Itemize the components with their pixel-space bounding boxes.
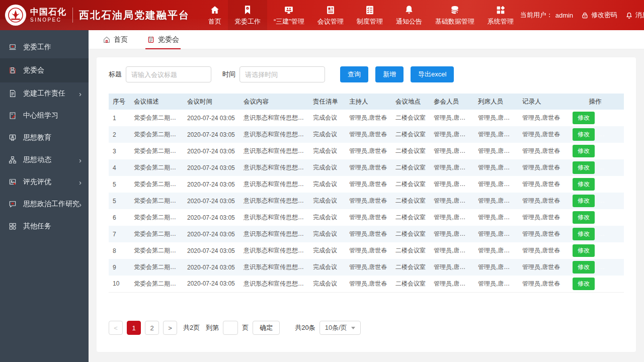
cell-attendees: 管理员,唐世春 — [430, 276, 474, 292]
cell-content: 意识形态和宣传思想文化 — [239, 209, 309, 226]
nav-item-label: 系统管理 — [488, 17, 514, 26]
edit-button[interactable]: 修改 — [573, 128, 595, 141]
column-header: 操作 — [567, 94, 624, 110]
cell-place: 二楼会议室 — [391, 242, 430, 259]
blocks-icon — [8, 222, 17, 231]
table-row: 9党委会第二期会议2020-07-24 03:05意识形态和宣传思想文化完成会议… — [109, 259, 624, 276]
nav-item-home[interactable]: 首页 — [202, 0, 228, 30]
home-icon — [209, 5, 220, 16]
chevron-right-icon: › — [79, 156, 82, 164]
sidebar-item-other-tasks[interactable]: 其他任务 — [0, 215, 89, 237]
sidebar-item-ideology-edu[interactable]: 思想教育 — [0, 127, 89, 149]
goto-confirm-button[interactable]: 确定 — [253, 321, 280, 335]
sidebar-item-political-study[interactable]: 思想政治工作研究› — [0, 193, 89, 215]
cell-desc: 党委会第二期会议 — [130, 193, 183, 209]
nav-item-party-work[interactable]: 党委工作 — [228, 0, 267, 30]
nav-item-notice[interactable]: 通知公告 — [389, 0, 429, 30]
nav-item-sys-manage[interactable]: 系统管理 — [481, 0, 520, 30]
cell-observers: 管理员,唐世春 — [474, 159, 518, 176]
brand: 中国石化 SINOPEC 西北石油局党建融平台 — [0, 5, 190, 26]
edit-button[interactable]: 修改 — [573, 244, 595, 257]
nav-item-label: 党委工作 — [234, 17, 261, 26]
cell-host: 管理员,唐世春 — [345, 259, 391, 276]
cell-duty: 完成会议 — [309, 226, 345, 242]
cell-desc: 党委会第二期会议 — [130, 176, 183, 193]
search-button[interactable]: 查询 — [340, 66, 368, 82]
nav-item-meeting[interactable]: 会议管理 — [311, 0, 350, 30]
sidebar-item-label: 党建工作责任 — [23, 89, 65, 98]
chevron-right-icon: › — [79, 178, 82, 187]
cell-recorder: 管理员,唐世春 — [518, 242, 567, 259]
cell-attendees: 管理员,唐世春 — [430, 176, 474, 193]
image-badge-icon — [8, 177, 17, 187]
change-password-button[interactable]: 修改密码 — [581, 11, 617, 20]
cell-seq: 3 — [109, 143, 130, 159]
table-row: 3党委会第二期会议2020-07-24 03:05意识形态和宣传思想文化完成会议… — [109, 143, 624, 159]
page-size-select[interactable]: 10条/页 — [319, 321, 361, 335]
sidebar-item-ideology-trend[interactable]: 思想动态› — [0, 149, 89, 171]
cell-seq: 2 — [109, 126, 130, 143]
cell-attendees: 管理员,唐世春 — [430, 209, 474, 226]
export-excel-button[interactable]: 导出excel — [411, 66, 454, 82]
edit-button[interactable]: 修改 — [573, 261, 595, 274]
nav-item-sanjian[interactable]: “三建”管理 — [267, 0, 311, 30]
cell-place: 二楼会议室 — [391, 176, 430, 193]
edit-button[interactable]: 修改 — [573, 112, 595, 124]
cell-observers: 管理员,唐世春 — [474, 126, 518, 143]
cell-time: 2020-07-24 03:05 — [183, 143, 239, 159]
database-icon — [449, 5, 460, 16]
title-filter-input[interactable] — [126, 66, 211, 82]
cell-seq: 1 — [109, 110, 130, 126]
content-panel: 标题 时间 查询 新增 导出excel 序号会议描述会议时间会议内容责任清单主持… — [97, 57, 636, 352]
sidebar-item-center-study[interactable]: 中心组学习 — [0, 105, 89, 127]
tab-home[interactable]: 首页 — [103, 30, 128, 49]
cell-host: 管理员,唐世春 — [345, 110, 391, 126]
cell-duty: 完成会议 — [309, 209, 345, 226]
top-header: 中国石化 SINOPEC 西北石油局党建融平台 首页党委工作“三建”管理会议管理… — [0, 0, 644, 30]
table-row: 6党委会第二期会议2020-07-24 03:05意识形态和宣传思想文化完成会议… — [109, 209, 624, 226]
cell-desc: 党委会第二期会议 — [130, 209, 183, 226]
laptop-icon — [8, 43, 17, 52]
cell-host: 管理员,唐世春 — [345, 126, 391, 143]
edit-button[interactable]: 修改 — [573, 278, 595, 290]
tab-party-committee[interactable]: 党委会 — [147, 30, 179, 49]
cell-attendees: 管理员,唐世春 — [430, 193, 474, 209]
change-password-label: 修改密码 — [591, 11, 617, 20]
cell-actions: 修改查看删除 — [567, 110, 624, 126]
sidebar-item-evaluation[interactable]: 评先评优› — [0, 171, 89, 193]
edit-button[interactable]: 修改 — [573, 195, 595, 207]
messages-button[interactable]: 消息 — [625, 11, 644, 20]
nav-item-regulation[interactable]: 制度管理 — [350, 0, 389, 30]
cell-recorder: 管理员,唐世春 — [518, 176, 567, 193]
current-user-prefix: 当前用户： — [520, 11, 553, 20]
next-page-button[interactable]: > — [163, 321, 177, 335]
sidebar: 党委工作党委会党建工作责任›中心组学习思想教育思想动态›评先评优›思想政治工作研… — [0, 30, 89, 362]
goto-page-input[interactable] — [223, 321, 238, 335]
nav-item-base-data[interactable]: 基础数据管理 — [429, 0, 481, 30]
bell-small-icon — [625, 12, 633, 19]
edit-button[interactable]: 修改 — [573, 228, 595, 240]
cell-attendees: 管理员,唐世春 — [430, 159, 474, 176]
sidebar-item-party-work[interactable]: 党委工作 — [0, 36, 89, 58]
page-button-2[interactable]: 2 — [145, 321, 159, 335]
edit-button[interactable]: 修改 — [573, 145, 595, 157]
time-filter-input[interactable] — [239, 66, 325, 82]
cell-host: 管理员,唐世春 — [345, 159, 391, 176]
add-button[interactable]: 新增 — [375, 66, 404, 82]
sidebar-item-party-duty[interactable]: 党建工作责任› — [0, 82, 89, 105]
cell-time: 2020-07-24 03:05 — [183, 276, 239, 292]
sidebar-item-label: 思想政治工作研究 — [23, 200, 79, 209]
meeting-doc-icon — [325, 5, 336, 16]
table-body: 1党委会第二期会议2020-07-24 03:05意识形态和宣传思想文化完成会议… — [109, 110, 624, 292]
edit-button[interactable]: 修改 — [573, 161, 595, 174]
platform-title: 西北石油局党建融平台 — [79, 9, 190, 22]
sidebar-item-party-committee[interactable]: 党委会 — [0, 58, 89, 82]
cell-place: 二楼会议室 — [391, 143, 430, 159]
sidebar-item-label: 党委工作 — [23, 43, 51, 52]
cell-place: 二楼会议室 — [391, 110, 430, 126]
cell-seq: 5 — [109, 193, 130, 209]
prev-page-button[interactable]: < — [109, 321, 123, 335]
edit-button[interactable]: 修改 — [573, 178, 595, 191]
page-button-1[interactable]: 1 — [127, 321, 141, 335]
edit-button[interactable]: 修改 — [573, 211, 595, 224]
